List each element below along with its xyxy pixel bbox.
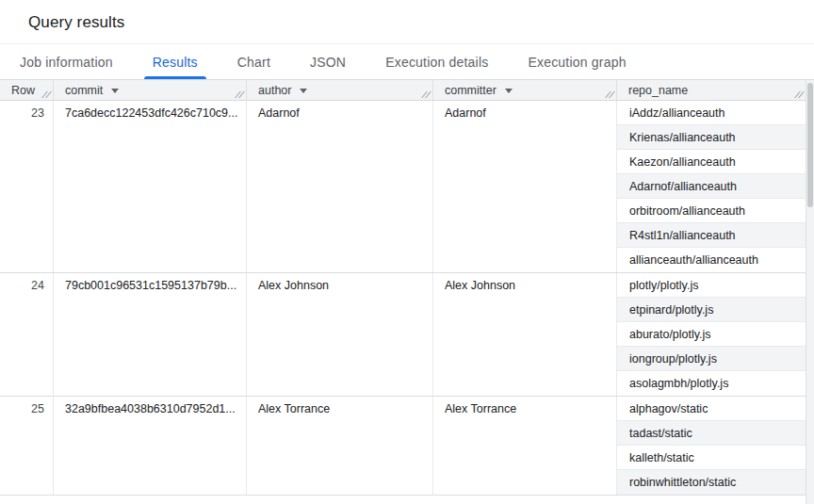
tab-execution-details[interactable]: Execution details xyxy=(366,44,508,79)
table-header-row: Row commit author committer xyxy=(0,80,806,101)
column-resize-handle[interactable] xyxy=(605,89,615,100)
commit-cell: 79cb001c96531c1595137b79b... xyxy=(54,273,247,396)
repo-list-item: R4stl1n/allianceauth xyxy=(617,223,806,248)
page-title: Query results xyxy=(28,13,814,32)
repo-list-item: Krienas/allianceauth xyxy=(617,125,806,150)
commit-cell: 32a9bfbea4038b6310d7952d1... xyxy=(54,397,247,495)
panel-header: Query results xyxy=(0,0,814,44)
table-row: 237ca6decc122453dfc426c710c9...AdarnofAd… xyxy=(0,101,806,273)
repo-list-item: Adarnof/allianceauth xyxy=(617,174,806,199)
results-table-area: Row commit author committer xyxy=(0,80,814,504)
column-resize-handle[interactable] xyxy=(41,89,52,100)
results-table: Row commit author committer xyxy=(0,80,806,504)
query-results-panel: Query results Job informationResultsChar… xyxy=(0,0,814,504)
column-resize-handle[interactable] xyxy=(235,89,245,100)
column-header-repo-name[interactable]: repo_name xyxy=(617,80,806,100)
repo-list-item: robinwhittleton/static xyxy=(617,470,806,495)
committer-cell: Alex Torrance xyxy=(433,397,617,495)
column-header-committer[interactable]: committer xyxy=(433,80,617,100)
author-cell: Alex Johnson xyxy=(247,273,433,396)
column-menu-arrow-icon[interactable] xyxy=(300,89,307,93)
committer-cell: Adarnof xyxy=(433,101,617,272)
column-resize-handle[interactable] xyxy=(421,89,431,100)
scrollbar-thumb[interactable] xyxy=(807,83,813,207)
column-label: Row xyxy=(11,84,35,97)
repo-name-cell: alphagov/statictadast/statickalleth/stat… xyxy=(617,397,806,495)
tab-bar: Job informationResultsChartJSONExecution… xyxy=(0,44,814,80)
column-resize-handle[interactable] xyxy=(794,89,805,100)
tab-execution-graph[interactable]: Execution graph xyxy=(508,44,645,79)
column-label: commit xyxy=(65,84,103,97)
column-menu-arrow-icon[interactable] xyxy=(505,89,513,93)
author-cell: Alex Torrance xyxy=(247,397,433,495)
repo-list-item: iongroup/plotly.js xyxy=(617,347,806,371)
repo-list-item: etpinard/plotly.js xyxy=(617,298,806,322)
table-row: 2479cb001c96531c1595137b79b...Alex Johns… xyxy=(0,273,806,397)
repo-list-item: aburato/plotly.js xyxy=(617,322,806,347)
column-menu-arrow-icon[interactable] xyxy=(111,89,119,93)
table-row: 2532a9bfbea4038b6310d7952d1...Alex Torra… xyxy=(0,397,806,496)
repo-list-item: orbitroom/allianceauth xyxy=(617,199,806,223)
repo-list-item: kalleth/static xyxy=(617,446,806,470)
author-cell: Adarnof xyxy=(247,101,433,272)
repo-name-cell: iAddz/allianceauthKrienas/allianceauthKa… xyxy=(617,101,806,272)
tab-job-information[interactable]: Job information xyxy=(0,44,133,79)
vertical-scrollbar[interactable] xyxy=(806,80,814,504)
repo-list-item: plotly/plotly.js xyxy=(617,273,806,298)
repo-name-cell: plotly/plotly.jsetpinard/plotly.jsaburat… xyxy=(617,273,806,396)
column-header-author[interactable]: author xyxy=(247,80,433,100)
tab-json[interactable]: JSON xyxy=(290,44,366,79)
column-header-commit[interactable]: commit xyxy=(54,80,247,100)
column-label: author xyxy=(258,84,291,97)
repo-list-item: allianceauth/allianceauth xyxy=(617,248,806,272)
tab-chart[interactable]: Chart xyxy=(218,44,290,79)
repo-list-item: tadast/static xyxy=(617,421,806,446)
row-number: 23 xyxy=(0,101,54,272)
column-label: repo_name xyxy=(628,84,688,97)
column-label: committer xyxy=(445,84,497,97)
repo-list-item: asolagmbh/plotly.js xyxy=(617,371,806,396)
committer-cell: Alex Johnson xyxy=(433,273,617,396)
row-number: 24 xyxy=(0,273,54,396)
commit-cell: 7ca6decc122453dfc426c710c9... xyxy=(54,101,247,272)
row-number: 25 xyxy=(0,397,54,495)
repo-list-item: Kaezon/allianceauth xyxy=(617,150,806,174)
table-body: 237ca6decc122453dfc426c710c9...AdarnofAd… xyxy=(0,101,806,496)
repo-list-item: alphagov/static xyxy=(617,397,806,421)
column-header-row[interactable]: Row xyxy=(0,80,54,100)
tab-results[interactable]: Results xyxy=(133,44,218,79)
repo-list-item: iAddz/allianceauth xyxy=(617,101,806,125)
